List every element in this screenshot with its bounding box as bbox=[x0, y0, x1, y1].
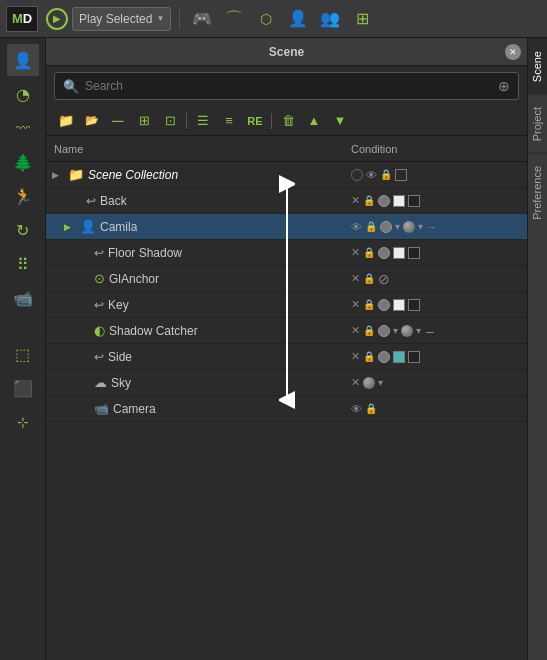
panel-title: Scene bbox=[269, 45, 304, 59]
scene-toolbar: 📁 📂 ─ ⊞ ⊡ ☰ ≡ RE 🗑 ▲ ▼ bbox=[46, 106, 527, 136]
project-tab[interactable]: Project bbox=[528, 94, 548, 153]
select1-icon[interactable]: ⬚ bbox=[7, 338, 39, 370]
row-condition-cell: ✕ 🔒 ⊘ bbox=[347, 271, 527, 287]
table-row[interactable]: ⊙ GlAnchor ✕ 🔒 ⊘ bbox=[46, 266, 527, 292]
grid2-icon[interactable]: ⊡ bbox=[158, 110, 182, 132]
cond-dot bbox=[378, 299, 390, 311]
list-icon[interactable]: ≡ bbox=[217, 110, 241, 132]
cond-lock-icon: 🔒 bbox=[363, 351, 375, 362]
row-name-cell: ▶ 📁 Scene Collection bbox=[46, 167, 347, 182]
gamepad-icon[interactable]: 🎮 bbox=[188, 5, 216, 33]
up-icon[interactable]: ▲ bbox=[302, 110, 326, 132]
cond-lock-icon: 🔒 bbox=[363, 299, 375, 310]
loop-icon[interactable]: ↻ bbox=[7, 214, 39, 246]
row-name-cell: 📹 Camera bbox=[46, 402, 347, 416]
play-button[interactable]: ▶ bbox=[46, 8, 68, 30]
row-name-cell: ◐ Shadow Catcher bbox=[46, 323, 347, 338]
table-row[interactable]: ▶ 📁 Scene Collection 👁 🔒 bbox=[46, 162, 527, 188]
back-layer-icon: ↩ bbox=[86, 194, 96, 208]
cond-sq-white bbox=[393, 299, 405, 311]
expand-icon[interactable]: ▶ bbox=[52, 170, 64, 180]
delete-icon[interactable]: 🗑 bbox=[276, 110, 300, 132]
row-label: Sky bbox=[111, 376, 131, 390]
row-condition-cell: ✕ 🔒 bbox=[347, 350, 527, 363]
video-icon[interactable]: 📹 bbox=[7, 282, 39, 314]
cond-eye-icon: 👁 bbox=[351, 403, 362, 415]
table-row[interactable]: ↩ Floor Shadow ✕ 🔒 bbox=[46, 240, 527, 266]
table-row[interactable]: ▶ 👤 Camila 👁 🔒 ▾ ▾ → bbox=[46, 214, 527, 240]
cond-dropdown4[interactable]: ▾ bbox=[416, 325, 421, 336]
row-label: Scene Collection bbox=[88, 168, 178, 182]
rename-icon[interactable]: RE bbox=[243, 110, 267, 132]
row-label: Side bbox=[108, 350, 132, 364]
lines-icon[interactable]: ☰ bbox=[191, 110, 215, 132]
column-condition-header: Condition bbox=[343, 143, 523, 155]
row-label: Floor Shadow bbox=[108, 246, 182, 260]
curve-icon[interactable]: ⌒ bbox=[220, 5, 248, 33]
scene-panel-header: Scene ✕ bbox=[46, 38, 527, 66]
scene-tab[interactable]: Scene bbox=[528, 38, 548, 94]
table-row[interactable]: ↩ Back ✕ 🔒 bbox=[46, 188, 527, 214]
cond-sq-white bbox=[393, 247, 405, 259]
cond-cross-icon: ✕ bbox=[351, 246, 360, 259]
dots-icon[interactable]: ⠿ bbox=[7, 248, 39, 280]
search-bar: 🔍 ⊕ bbox=[54, 72, 519, 100]
minus-icon[interactable]: ─ bbox=[106, 110, 130, 132]
panel-close-button[interactable]: ✕ bbox=[505, 44, 521, 60]
wave-icon[interactable]: 〰 bbox=[7, 112, 39, 144]
column-name-header: Name bbox=[50, 143, 343, 155]
person-icon[interactable]: 👤 bbox=[284, 5, 312, 33]
cond-dropdown2[interactable]: ▾ bbox=[418, 221, 423, 232]
row-name-cell: ☁ Sky bbox=[46, 375, 347, 390]
cond-cross-icon: ✕ bbox=[351, 324, 360, 337]
cond-dropdown5[interactable]: ▾ bbox=[378, 377, 383, 388]
key-layer-icon: ↩ bbox=[94, 298, 104, 312]
person-left-icon[interactable]: 👤 bbox=[7, 44, 39, 76]
sky-icon: ☁ bbox=[94, 375, 107, 390]
cond-sq bbox=[395, 169, 407, 181]
tree-icon[interactable]: 🌲 bbox=[7, 146, 39, 178]
group-icon[interactable]: 👥 bbox=[316, 5, 344, 33]
row-condition-cell: 👁 🔒 bbox=[347, 403, 527, 415]
open-folder-icon[interactable]: 📂 bbox=[80, 110, 104, 132]
add-folder-icon[interactable]: 📁 bbox=[54, 110, 78, 132]
expand-icon[interactable]: ▶ bbox=[64, 222, 76, 232]
table-row[interactable]: ☁ Sky ✕ ▾ bbox=[46, 370, 527, 396]
scene-list[interactable]: ▶ 📁 Scene Collection 👁 🔒 ↩ Back bbox=[46, 162, 527, 660]
pointer-icon[interactable]: ⊹ bbox=[7, 406, 39, 438]
row-name-cell: ▶ 👤 Camila bbox=[46, 219, 347, 234]
table-row[interactable]: ↩ Key ✕ 🔒 bbox=[46, 292, 527, 318]
floor-shadow-icon: ↩ bbox=[94, 246, 104, 260]
play-selected-button[interactable]: Play Selected ▼ bbox=[72, 7, 171, 31]
cond-sq-black bbox=[408, 351, 420, 363]
pie-icon[interactable]: ◔ bbox=[7, 78, 39, 110]
select2-icon[interactable]: ⬛ bbox=[7, 372, 39, 404]
search-icon: 🔍 bbox=[63, 79, 79, 94]
logo-m: M bbox=[12, 11, 23, 26]
nodes-icon[interactable]: ⬡ bbox=[252, 5, 280, 33]
row-label: GlAnchor bbox=[109, 272, 159, 286]
figure-icon[interactable]: 🏃 bbox=[7, 180, 39, 212]
grid-icon[interactable]: ⊞ bbox=[348, 5, 376, 33]
search-expand-icon[interactable]: ⊕ bbox=[498, 78, 510, 94]
dropdown-arrow: ▼ bbox=[156, 14, 164, 23]
cond-sq-black bbox=[408, 247, 420, 259]
row-condition-cell: ✕ 🔒 bbox=[347, 194, 527, 207]
table-row[interactable]: 📹 Camera 👁 🔒 bbox=[46, 396, 527, 422]
row-label: Shadow Catcher bbox=[109, 324, 198, 338]
row-label: Camila bbox=[100, 220, 137, 234]
cond-lock-icon: 🔒 bbox=[363, 247, 375, 258]
cond-dropdown1[interactable]: ▾ bbox=[395, 221, 400, 232]
search-input[interactable] bbox=[85, 79, 492, 93]
table-row[interactable]: ◐ Shadow Catcher ✕ 🔒 ▾ ▾ – bbox=[46, 318, 527, 344]
row-condition-cell: ✕ 🔒 bbox=[347, 298, 527, 311]
preference-tab[interactable]: Preference bbox=[528, 153, 548, 232]
table-row[interactable]: ↩ Side ✕ 🔒 bbox=[46, 344, 527, 370]
shadow-catcher-icon: ◐ bbox=[94, 323, 105, 338]
grid4-icon[interactable]: ⊞ bbox=[132, 110, 156, 132]
cond-arrow-icon: → bbox=[426, 221, 437, 233]
cond-eye-icon: 👁 bbox=[366, 169, 377, 181]
cond-cross-icon: ✕ bbox=[351, 298, 360, 311]
cond-dropdown3[interactable]: ▾ bbox=[393, 325, 398, 336]
down-icon[interactable]: ▼ bbox=[328, 110, 352, 132]
